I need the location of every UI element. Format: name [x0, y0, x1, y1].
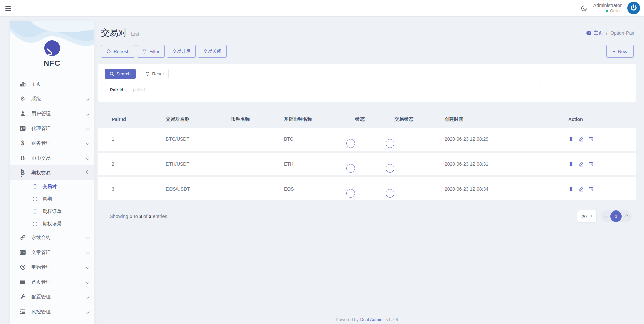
refresh-button[interactable]: Refresh	[101, 45, 135, 58]
sidebar-menu: 主页 ⚙ 系统 用户管理 代理管理 $ 财务管理 B	[10, 76, 94, 324]
circle-icon	[33, 197, 37, 201]
chevron-left-icon	[86, 310, 89, 313]
chevron-down-icon	[590, 214, 592, 217]
chevron-left-icon	[86, 235, 89, 239]
pager: 1	[601, 210, 632, 222]
cell-base-coin: EOS	[284, 186, 355, 192]
sidebar-subitem-label: 交易对	[43, 184, 57, 190]
eye-icon[interactable]	[568, 136, 574, 142]
pair-id-input[interactable]	[128, 84, 540, 95]
sidebar-item-label: 币币交易	[31, 155, 51, 161]
table-footer: Showing 1 to 3 of 3 entries 20 1	[98, 210, 636, 222]
sort-asc-icon[interactable]: ↑	[128, 117, 130, 122]
chevron-left-icon	[86, 156, 89, 160]
chevron-left-icon	[86, 111, 89, 115]
sort-asc-icon[interactable]: ↑	[465, 117, 467, 122]
powered-by-label: Powered by	[336, 317, 359, 322]
version-label: v1.7.8	[386, 317, 398, 322]
cell-pair-name: ETH/USDT	[166, 161, 231, 167]
trade-close-button[interactable]: 交易关闭	[198, 45, 227, 58]
id-card-icon	[19, 126, 26, 131]
search-button[interactable]: Search	[105, 69, 136, 79]
sidebar-item-articles[interactable]: 文章管理	[10, 245, 94, 260]
sidebar-item-system[interactable]: ⚙ 系统	[10, 91, 94, 106]
trash-icon[interactable]	[589, 186, 594, 192]
filter-button[interactable]: Filter	[137, 45, 165, 58]
hamburger-menu-icon[interactable]	[5, 5, 13, 12]
page-title: 交易对	[101, 27, 127, 39]
reset-label: Reset	[152, 71, 164, 76]
sidebar-item-users[interactable]: 用户管理	[10, 106, 94, 121]
funnel-icon	[142, 49, 147, 54]
sidebar-item-label: 首页管理	[31, 279, 51, 285]
pagination-summary: Showing 1 to 3 of 3 entries	[110, 214, 167, 219]
sidebar-item-perpetual[interactable]: 永续合约	[10, 230, 94, 245]
undo-icon	[145, 72, 150, 76]
page-size-select[interactable]: 20	[577, 210, 596, 222]
chevron-left-icon	[86, 280, 89, 284]
outdent-icon	[19, 309, 26, 314]
col-action: Action	[568, 117, 636, 122]
col-coin-name: 币种名称	[231, 116, 284, 122]
current-page-button[interactable]: 1	[610, 210, 622, 222]
next-page-icon[interactable]	[624, 214, 628, 218]
trash-icon[interactable]	[589, 161, 594, 167]
eye-icon[interactable]	[568, 161, 574, 167]
sidebar-item-label: 主页	[31, 81, 41, 87]
dark-mode-moon-icon[interactable]	[580, 4, 588, 12]
sidebar-item-label: 风控管理	[31, 309, 51, 315]
sidebar-item-spot-trade[interactable]: B 币币交易	[10, 151, 94, 165]
sidebar-item-subscription[interactable]: 申购管理	[10, 260, 94, 274]
chevron-left-icon	[86, 265, 89, 269]
bitcoin-icon: B	[19, 170, 26, 176]
user-info[interactable]: Administrator Online	[593, 2, 622, 13]
dcat-admin-link[interactable]: Dcat Admin	[360, 317, 382, 322]
power-logo-icon	[629, 4, 638, 12]
prev-page-icon[interactable]	[604, 214, 607, 218]
reset-button[interactable]: Reset	[141, 69, 168, 79]
chevron-left-icon	[86, 126, 89, 130]
sidebar-item-option-trade[interactable]: B 期权交易	[10, 165, 94, 180]
sidebar-item-finance[interactable]: $ 财务管理	[10, 136, 94, 151]
dashboard-gauge-icon	[586, 30, 592, 36]
sidebar-item-config[interactable]: 配置管理	[10, 289, 94, 304]
trade-open-button[interactable]: 交易开启	[167, 45, 196, 58]
filter-panel: Search Reset Pair Id	[98, 64, 636, 102]
eye-icon[interactable]	[568, 186, 574, 192]
footer: Powered by Dcat Admin · v1.7.8	[98, 317, 636, 322]
edit-icon[interactable]	[579, 186, 584, 192]
edit-icon[interactable]	[579, 161, 584, 167]
sidebar-subitem-period[interactable]: 周期	[10, 193, 94, 205]
sidebar-subitem-option-pair[interactable]: 交易对	[10, 180, 94, 193]
row-actions	[568, 136, 636, 142]
sidebar-item-agents[interactable]: 代理管理	[10, 121, 94, 136]
trash-icon[interactable]	[589, 136, 594, 142]
life-ring-icon	[19, 264, 26, 270]
user-status-label: Online	[610, 9, 622, 14]
chart-bar-icon	[19, 81, 26, 87]
col-pair-id: Pair Id↑	[112, 117, 166, 122]
new-button[interactable]: + New	[606, 45, 634, 58]
user-avatar[interactable]	[627, 2, 640, 14]
cell-pair-id: 2	[112, 161, 166, 167]
edit-icon[interactable]	[579, 136, 584, 142]
sidebar-item-label: 用户管理	[31, 110, 51, 117]
sidebar-item-homepage[interactable]: 首页管理	[10, 274, 94, 289]
user-name: Administrator	[593, 2, 622, 8]
page-subtitle: List	[131, 31, 139, 37]
breadcrumb-home[interactable]: 主页	[586, 30, 603, 36]
brand-logo-icon	[44, 40, 60, 56]
page-size-value: 20	[582, 214, 587, 219]
sidebar-item-wallet[interactable]: 钱包管理	[10, 319, 94, 324]
new-label: New	[618, 49, 627, 54]
brand-block[interactable]: NFC	[10, 21, 94, 68]
sidebar-item-home[interactable]: 主页	[10, 76, 94, 91]
sidebar-subitem-option-orders[interactable]: 期权订单	[10, 205, 94, 218]
chevron-left-icon	[86, 250, 89, 254]
sidebar-subitem-option-scene[interactable]: 期权场景	[10, 218, 94, 230]
col-created-at: 创建时间↑	[445, 116, 568, 122]
sidebar-item-risk[interactable]: 风控管理	[10, 304, 94, 319]
pair-id-input-group: Pair Id	[105, 84, 540, 95]
plus-icon: +	[613, 49, 615, 54]
circle-icon	[33, 209, 37, 214]
